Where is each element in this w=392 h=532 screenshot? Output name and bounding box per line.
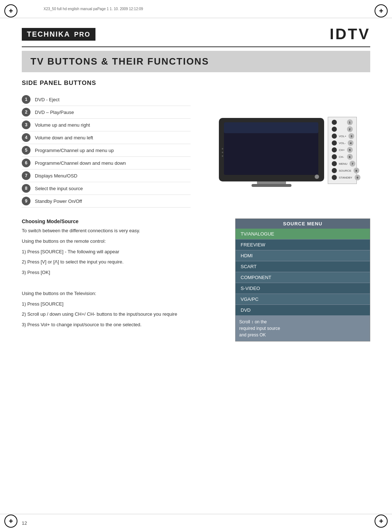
side-panel-area: 1DVD - Eject2DVD – Play/Pause3Volume up … — [22, 93, 370, 208]
brand-sub: PRO — [74, 31, 90, 38]
button-label: Volume up and menu right — [35, 122, 90, 128]
panel-button-circle — [332, 168, 337, 173]
page-number: 12 — [22, 520, 27, 526]
source-menu-item[interactable]: SCART — [236, 261, 370, 272]
button-num: 3 — [22, 120, 30, 129]
product-title: IDTV — [330, 25, 370, 43]
remote-title: Using the buttons on the remote control: — [22, 238, 224, 245]
button-num: 9 — [22, 197, 30, 205]
button-label: Programme/Channel down and menu down — [35, 160, 126, 166]
panel-button-row: CH+5 — [332, 147, 353, 153]
panel-num-badge: 4 — [348, 140, 354, 146]
source-menu-item[interactable]: FREEVIEW — [236, 240, 370, 250]
page-footer: 12 — [0, 514, 392, 532]
button-num: 8 — [22, 184, 30, 193]
source-menu-item[interactable]: COMPONENT — [236, 272, 370, 283]
button-label: Standby Power On/Off — [35, 199, 82, 204]
panel-button-circle — [332, 161, 337, 166]
panel-button-row: VOL+3 — [332, 133, 353, 139]
svg-point-5 — [315, 175, 319, 179]
panel-num-badge: 3 — [348, 133, 354, 139]
button-label: Programme/Channel up and menu up — [35, 148, 114, 153]
panel-num-badge: 1 — [347, 119, 353, 125]
instructions-text: To switch between the different connecti… — [22, 227, 224, 329]
button-label: DVD – Play/Pause — [35, 110, 74, 115]
instructions-col: Choosing Mode/Source To switch between t… — [22, 218, 224, 341]
source-menu-item[interactable]: S-VIDEO — [236, 283, 370, 294]
panel-button-circle — [332, 154, 337, 159]
button-num: 4 — [22, 133, 30, 142]
button-item: 1DVD - Eject — [22, 93, 191, 106]
panel-button-circle — [332, 134, 337, 139]
panel-button-label: STANDBY — [339, 176, 352, 179]
panel-button-circle — [332, 147, 337, 152]
source-menu-item[interactable]: TV/ANALOGUE — [236, 229, 370, 240]
panel-button-circle — [332, 175, 337, 180]
section-heading: SIDE PANEL BUTTONS — [22, 79, 370, 87]
tv-step-3: 3) Press Vol+ to change input/source to … — [22, 321, 224, 329]
button-item: 8Select the input source — [22, 182, 191, 195]
remote-step-2: 2) Press [V] or [Λ] to select the input … — [22, 258, 224, 266]
choosing-title: Choosing Mode/Source — [22, 218, 224, 224]
panel-button-row: MENU7 — [332, 161, 353, 167]
button-list: 1DVD - Eject2DVD – Play/Pause3Volume up … — [22, 93, 191, 208]
source-menu-col: SOURCE MENU TV/ANALOGUEFREEVIEWHDMISCART… — [235, 218, 370, 341]
remote-step-3: 3) Press [OK] — [22, 269, 224, 277]
panel-button-row: CH-6 — [332, 154, 353, 160]
header-bar: X23_50 full hd english manual paPage 1 1… — [0, 0, 392, 18]
button-num: 2 — [22, 108, 30, 116]
svg-point-7 — [222, 152, 223, 153]
svg-point-8 — [222, 155, 223, 157]
button-item: 6Programme/Channel down and menu down — [22, 157, 191, 169]
remote-step-1: 1) Press [SOURCE] - The following will a… — [22, 248, 224, 256]
source-menu-box: SOURCE MENU TV/ANALOGUEFREEVIEWHDMISCART… — [235, 218, 370, 341]
panel-num-badge: 8 — [354, 168, 359, 173]
button-num: 6 — [22, 159, 30, 167]
tv-svg — [215, 111, 328, 191]
source-menu-item[interactable]: HDMI — [236, 250, 370, 261]
panel-num-badge: 9 — [355, 175, 360, 180]
panel-num-badge: 6 — [347, 154, 353, 160]
source-menu-items: TV/ANALOGUEFREEVIEWHDMISCARTCOMPONENTS-V… — [236, 229, 370, 316]
button-label: Select the input source — [35, 186, 83, 191]
panel-button-label: CH+ — [339, 148, 345, 152]
panel-button-label: VOL- — [339, 142, 346, 145]
source-menu-footer: Scroll ↕ on therequired input sourceand … — [236, 316, 370, 341]
button-item: 4Volume down and menu left — [22, 131, 191, 144]
panel-button-row: STANDBY9 — [332, 175, 353, 180]
brand-logo: TECHNIKA PRO — [22, 28, 95, 41]
source-menu-item[interactable]: DVD — [236, 305, 370, 316]
page-content: TECHNIKA PRO IDTV TV BUTTONS & THEIR FUN… — [0, 18, 392, 514]
button-num: 7 — [22, 171, 30, 180]
button-item: 7Displays Menu/OSD — [22, 169, 191, 182]
page-title-banner: TV BUTTONS & THEIR FUNCTIONS — [22, 51, 370, 72]
panel-button-row: VOL-4 — [332, 140, 353, 146]
tv-step-1: 1) Press [SOURCE] — [22, 300, 224, 308]
panel-button-row: 2 — [332, 126, 353, 132]
panel-button-label: SOURCE — [339, 169, 351, 172]
tv-image-area: 12VOL+3VOL-4CH+5CH-6MENU7SOURCE8STANDBY9 — [201, 93, 370, 208]
panel-button-label: MENU — [339, 162, 348, 165]
panel-button-row: 1 — [332, 119, 353, 125]
button-item: 5Programme/Channel up and menu up — [22, 144, 191, 157]
tv-step-2: 2) Scroll up / down using CH+/ CH- butto… — [22, 311, 224, 318]
panel-button-circle — [332, 140, 337, 146]
button-item: 3Volume up and menu right — [22, 119, 191, 131]
source-menu-item[interactable]: VGA/PC — [236, 294, 370, 305]
panel-button-row: SOURCE8 — [332, 168, 353, 173]
logo-row: TECHNIKA PRO IDTV — [22, 25, 370, 47]
page-title: TV BUTTONS & THEIR FUNCTIONS — [30, 56, 362, 67]
panel-num-badge: 5 — [347, 147, 353, 153]
panel-button-circle — [332, 127, 337, 132]
button-label: Volume down and menu left — [35, 135, 93, 140]
bottom-section: Choosing Mode/Source To switch between t… — [22, 218, 370, 341]
panel-num-badge: 2 — [347, 126, 353, 132]
panel-button-circle — [332, 120, 337, 125]
svg-rect-4 — [224, 122, 318, 133]
tv-illustration: 12VOL+3VOL-4CH+5CH-6MENU7SOURCE8STANDBY9 — [215, 111, 357, 191]
panel-num-badge: 7 — [350, 161, 355, 167]
button-num: 5 — [22, 146, 30, 155]
svg-point-6 — [222, 148, 223, 150]
brand-name: TECHNIKA — [27, 30, 70, 38]
intro-text: To switch between the different connecti… — [22, 227, 224, 235]
